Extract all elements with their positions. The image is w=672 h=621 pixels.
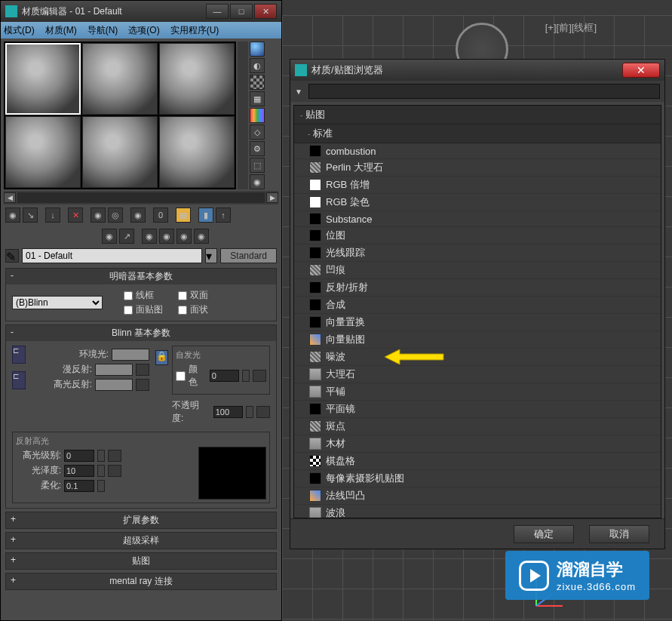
ok-button[interactable]: 确定 (514, 525, 574, 543)
go-forward-icon[interactable]: ◉ (102, 229, 117, 244)
self-illum-color-checkbox[interactable] (176, 371, 186, 381)
opacity-value[interactable]: 100 (213, 406, 244, 418)
diffuse-specular-lock-icon[interactable]: ⊏ (12, 371, 26, 389)
minimize-button[interactable]: — (206, 4, 229, 19)
self-illum-spinner[interactable] (242, 370, 250, 382)
tree-item[interactable]: 向量贴图 (294, 331, 661, 349)
specular-swatch[interactable] (95, 379, 133, 391)
sample-slot-5[interactable] (82, 116, 158, 188)
tree-item[interactable]: 每像素摄影机贴图 (294, 470, 661, 487)
tree-item[interactable]: RGB 染色 (294, 194, 661, 211)
gloss-map-button[interactable] (108, 465, 121, 477)
extra-tool-1-icon[interactable]: ◉ (142, 229, 157, 244)
self-illum-value[interactable]: 0 (210, 370, 240, 382)
material-editor-titlebar[interactable]: 材质编辑器 - 01 - Default — □ ✕ (1, 1, 281, 22)
browser-close-button[interactable]: ✕ (622, 63, 660, 78)
menu-mode[interactable]: 模式(D) (4, 24, 35, 37)
reset-map-icon[interactable]: ✕ (68, 208, 83, 223)
tree-group-standard[interactable]: -标准 (294, 125, 661, 143)
wireframe-checkbox[interactable] (124, 291, 133, 300)
browser-search-input[interactable] (308, 84, 660, 99)
sample-slot-1[interactable] (5, 43, 81, 115)
tree-item[interactable]: 噪波 (294, 349, 661, 366)
assign-to-selection-icon[interactable]: ↓ (45, 208, 60, 223)
put-to-scene-icon[interactable]: ↘ (23, 208, 38, 223)
tree-item[interactable]: combustion (294, 143, 661, 159)
tree-item[interactable]: 大理石 (294, 366, 661, 383)
spec-level-spinner[interactable] (97, 450, 105, 462)
tree-item[interactable]: 合成 (294, 297, 661, 314)
tree-item[interactable]: 波浪 (294, 505, 661, 518)
tree-item[interactable]: 斑点 (294, 418, 661, 435)
rollout-header-blinn[interactable]: - Blinn 基本参数 (6, 325, 276, 341)
cancel-button[interactable]: 取消 (589, 525, 649, 543)
ambient-diffuse-lock-icon[interactable]: ⊏ (12, 346, 26, 364)
sample-slot-4[interactable] (5, 116, 81, 188)
material-name-input[interactable] (22, 248, 202, 263)
sample-slot-6[interactable] (159, 116, 235, 188)
opacity-spinner[interactable] (246, 406, 253, 418)
sample-slot-3[interactable] (159, 43, 235, 115)
self-illum-map-button[interactable] (253, 370, 266, 382)
background-icon[interactable] (250, 75, 265, 90)
video-color-icon[interactable] (250, 108, 265, 123)
select-by-material-icon[interactable]: ⬚ (250, 158, 265, 173)
opacity-map-button[interactable] (256, 406, 270, 418)
diffuse-map-button[interactable] (136, 364, 149, 376)
options-icon[interactable]: ⚙ (250, 141, 265, 156)
sample-uv-icon[interactable]: ▦ (250, 91, 265, 106)
go-to-parent-icon[interactable]: ↑ (216, 208, 231, 223)
tree-item[interactable]: 木材 (294, 435, 661, 453)
rollout-header-extended[interactable]: +扩展参数 (6, 512, 276, 528)
two-sided-checkbox[interactable] (178, 291, 187, 300)
name-dropdown-icon[interactable]: ▾ (205, 248, 217, 263)
material-type-button[interactable]: Standard (220, 248, 277, 263)
maximize-button[interactable]: □ (230, 4, 253, 19)
ambient-lock-button[interactable]: 🔒 (155, 350, 168, 365)
tree-item[interactable]: 凹痕 (294, 262, 661, 279)
make-preview-icon[interactable]: ◇ (250, 125, 265, 140)
eyedropper-icon[interactable]: ✎ (5, 249, 19, 263)
backlight-icon[interactable]: ◐ (250, 58, 265, 73)
specular-map-button[interactable] (136, 379, 149, 391)
sample-type-icon[interactable] (250, 42, 265, 57)
get-material-icon[interactable]: ◉ (5, 208, 20, 223)
rollout-header-mentalray[interactable]: +mental ray 连接 (6, 573, 276, 589)
extra-tool-2-icon[interactable]: ◉ (159, 229, 174, 244)
tree-item[interactable]: 位图 (294, 227, 661, 244)
show-in-viewport-icon[interactable]: ▦ (176, 208, 191, 223)
sample-vscroll[interactable] (238, 42, 248, 189)
soften-value[interactable]: 0.1 (64, 480, 94, 492)
tree-item[interactable]: 棋盘格 (294, 453, 661, 470)
menu-utility[interactable]: 实用程序(U) (170, 24, 219, 37)
tree-item[interactable]: 法线凹凸 (294, 487, 661, 505)
scroll-right-icon[interactable]: ▶ (266, 192, 278, 203)
gloss-spinner[interactable] (97, 465, 105, 477)
viewport-label[interactable]: [+][前][线框] (545, 21, 597, 35)
pick-from-object-icon[interactable]: ↗ (119, 229, 134, 244)
browser-titlebar[interactable]: 材质/贴图浏览器 ✕ (290, 60, 664, 81)
tree-item[interactable]: 平面镜 (294, 401, 661, 418)
tree-item[interactable]: RGB 倍增 (294, 177, 661, 194)
make-copy-icon[interactable]: ◉ (91, 208, 106, 223)
diffuse-swatch[interactable] (95, 364, 133, 376)
soften-spinner[interactable] (97, 480, 105, 492)
rollout-header-shader[interactable]: - 明暗器基本参数 (6, 269, 276, 284)
show-end-result-icon[interactable]: ▮ (198, 208, 213, 223)
spec-level-value[interactable]: 0 (64, 450, 94, 462)
sample-hscroll[interactable]: ◀ ▶ (4, 191, 278, 204)
tree-item[interactable]: 平铺 (294, 383, 661, 401)
material-map-navigator-icon[interactable]: ◉ (250, 174, 265, 189)
material-id-icon[interactable]: 0 (153, 208, 168, 223)
put-to-library-icon[interactable]: ◉ (130, 208, 146, 223)
tree-item[interactable]: Substance (294, 211, 661, 227)
menu-material[interactable]: 材质(M) (45, 24, 77, 37)
faceted-checkbox[interactable] (178, 306, 187, 315)
tree-item[interactable]: 光线跟踪 (294, 244, 661, 262)
browser-tree[interactable]: -贴图 -标准 combustionPerlin 大理石RGB 倍增RGB 染色… (293, 105, 661, 518)
shader-type-select[interactable]: (B)Blinn (12, 296, 103, 309)
tree-item[interactable]: 向量置换 (294, 314, 661, 331)
scroll-left-icon[interactable]: ◀ (4, 192, 16, 203)
gloss-value[interactable]: 10 (64, 465, 94, 477)
rollout-header-supersample[interactable]: +超级采样 (6, 533, 276, 549)
